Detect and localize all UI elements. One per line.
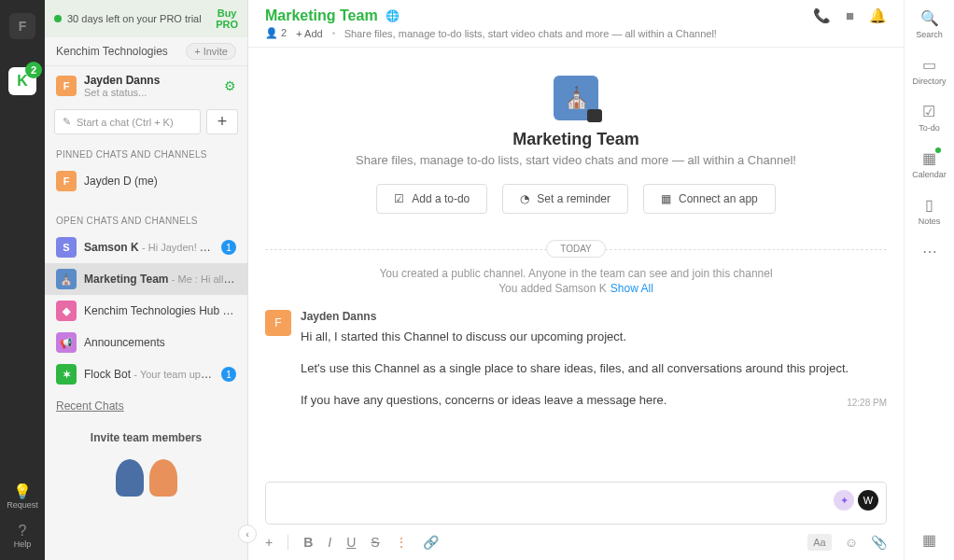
chat-item[interactable]: S Samson K - Hi Jayden! Rem... 1 <box>45 231 247 263</box>
set-reminder-button[interactable]: ◔Set a reminder <box>502 184 628 214</box>
request-button[interactable]: 💡 Request <box>7 483 38 510</box>
todo-button[interactable]: ☑To-do <box>919 103 940 133</box>
globe-icon[interactable]: 🌐 <box>386 9 400 22</box>
workspace-name[interactable]: Kenchim Technologies <box>56 45 186 58</box>
invite-title: Invite team members <box>54 431 238 444</box>
chat-label: Marketing Team - Me : Hi all, I s... <box>84 273 236 286</box>
date-separator: TODAY <box>265 240 887 258</box>
chat-label: Jayden D (me) <box>84 175 236 188</box>
trial-text: 30 days left on your PRO trial <box>67 13 202 24</box>
user-name: Jayden Danns <box>84 74 217 87</box>
more-button[interactable]: ⋯ <box>922 243 937 260</box>
italic-button[interactable]: I <box>328 535 331 550</box>
help-icon: ? <box>19 523 27 539</box>
message-composer[interactable]: ✦ W <box>265 482 887 525</box>
compose-icon: ✎ <box>63 116 71 128</box>
current-user-row[interactable]: F Jayden Danns Set a status... ⚙ <box>45 66 247 105</box>
channel-avatar[interactable]: ⛪ <box>554 76 598 120</box>
camera-icon[interactable] <box>587 109 602 122</box>
user-status[interactable]: Set a status... <box>84 87 217 98</box>
emoji-button[interactable]: ☺ <box>845 535 858 550</box>
chat-item-active[interactable]: ⛪ Marketing Team - Me : Hi all, I s... <box>45 263 247 295</box>
invite-panel[interactable]: Invite team members <box>45 422 247 506</box>
bot-icon: ✶ <box>56 364 77 385</box>
start-chat-placeholder: Start a chat (Ctrl + K) <box>77 117 174 128</box>
link-button[interactable]: 🔗 <box>423 535 439 550</box>
chat-item-self[interactable]: F Jayden D (me) <box>45 165 247 197</box>
add-todo-button[interactable]: ☑Add a to-do <box>376 184 487 214</box>
notes-button[interactable]: ▯Notes <box>919 196 941 226</box>
invite-illustration <box>54 450 238 497</box>
chat-item[interactable]: 📢 Announcements <box>45 327 247 358</box>
message-author[interactable]: Jayden Danns <box>301 310 887 323</box>
workspace-notification-badge: 2 <box>25 62 42 78</box>
video-icon[interactable]: ■ <box>846 7 854 24</box>
message-text: Hi all, I started this Channel to discus… <box>301 327 887 411</box>
calendar-button[interactable]: ▦Calendar <box>912 149 947 179</box>
app-logo[interactable]: F <box>9 13 35 39</box>
message-time: 12:28 PM <box>847 395 887 411</box>
directory-icon: ▭ <box>922 56 936 74</box>
channel-body: ⛪ Marketing Team Share files, manage to-… <box>248 48 904 472</box>
invite-button[interactable]: + Invite <box>186 43 236 60</box>
more-icon: ⋯ <box>922 243 937 260</box>
workspace-header: Kenchim Technologies + Invite <box>45 37 247 66</box>
collapse-sidebar-button[interactable]: ‹ <box>238 525 257 543</box>
message-avatar[interactable]: F <box>265 310 291 336</box>
channel-description[interactable]: Share files, manage to-do lists, start v… <box>344 28 717 39</box>
help-button[interactable]: ? Help <box>14 523 32 549</box>
help-label: Help <box>14 539 32 549</box>
lightbulb-icon: 💡 <box>13 483 32 500</box>
gear-icon[interactable]: ⚙ <box>224 78 236 93</box>
trial-banner[interactable]: 30 days left on your PRO trial BuyPRO <box>45 0 247 37</box>
w-badge-icon[interactable]: W <box>858 490 878 511</box>
right-rail: 🔍Search ▭Directory ☑To-do ▦Calendar ▯Not… <box>904 0 954 560</box>
add-member-link[interactable]: + Add <box>296 28 322 39</box>
avatar-icon: S <box>56 237 77 258</box>
user-avatar: F <box>56 76 77 96</box>
main-panel: Marketing Team 🌐 📞 ■ 🔔 👤 2 + Add Share f… <box>248 0 904 560</box>
start-chat-input[interactable]: ✎ Start a chat (Ctrl + K) <box>54 109 201 134</box>
todo-icon: ☑ <box>922 103 935 120</box>
buy-pro-link[interactable]: BuyPRO <box>216 7 238 30</box>
sidebar: 30 days left on your PRO trial BuyPRO Ke… <box>45 0 248 560</box>
add-button[interactable]: + <box>265 535 273 550</box>
workspace-switcher[interactable]: K 2 <box>8 67 36 95</box>
recent-chats-link[interactable]: Recent Chats <box>45 390 247 422</box>
font-button[interactable]: Aa <box>807 534 831 551</box>
chat-label: Announcements <box>84 336 236 349</box>
pinned-section-title: PINNED CHATS AND CHANNELS <box>45 144 247 165</box>
request-label: Request <box>7 500 38 510</box>
connect-app-button[interactable]: ▦Connect an app <box>643 184 776 214</box>
check-icon: ☑ <box>394 192 404 205</box>
new-chat-button[interactable]: + <box>206 109 238 134</box>
channel-icon: 📢 <box>56 332 77 353</box>
attach-button[interactable]: 📎 <box>871 535 887 550</box>
bold-button[interactable]: B <box>303 535 313 550</box>
search-button[interactable]: 🔍Search <box>916 9 943 39</box>
welcome-title: Marketing Team <box>512 130 639 149</box>
composer-toolbar: + B I U S ⋮ 🔗 Aa ☺ 📎 <box>248 528 904 560</box>
show-all-link[interactable]: Show All <box>610 282 653 295</box>
color-button[interactable]: ⋮ <box>395 535 408 550</box>
chat-item[interactable]: ✶ Flock Bot - Your team upgr... 1 <box>45 358 247 390</box>
chat-item[interactable]: ◆ Kenchim Technologies Hub Sa... <box>45 295 247 327</box>
welcome-description: Share files, manage to-do lists, start v… <box>356 153 796 167</box>
clock-icon: ◔ <box>520 192 529 205</box>
directory-button[interactable]: ▭Directory <box>912 56 946 86</box>
message: F Jayden Danns Hi all, I started this Ch… <box>265 310 887 420</box>
sparkle-icon[interactable]: ✦ <box>834 490 854 511</box>
bell-icon[interactable]: 🔔 <box>869 7 887 24</box>
strike-button[interactable]: S <box>371 535 379 550</box>
notification-dot <box>935 147 941 153</box>
member-count[interactable]: 👤 2 <box>265 27 287 39</box>
apps-grid-button[interactable]: ▦ <box>922 531 936 549</box>
unread-badge: 1 <box>221 240 236 255</box>
underline-button[interactable]: U <box>346 535 356 550</box>
channel-title[interactable]: Marketing Team <box>265 7 378 24</box>
notes-icon: ▯ <box>925 196 933 214</box>
call-icon[interactable]: 📞 <box>813 7 831 24</box>
channel-icon: ◆ <box>56 301 77 321</box>
channel-icon: ⛪ <box>56 269 77 289</box>
unread-badge: 1 <box>221 367 236 382</box>
